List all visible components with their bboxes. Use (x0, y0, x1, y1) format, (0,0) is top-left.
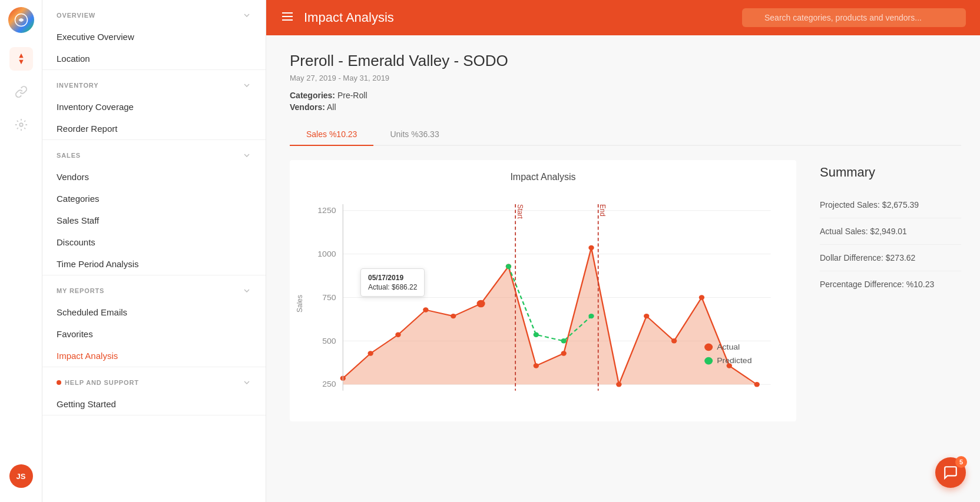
chart-tabs: Sales %10.23 Units %36.33 (290, 124, 961, 146)
sidebar-item-reorder-report[interactable]: Reorder Report (42, 118, 266, 139)
sidebar-item-location[interactable]: Location (42, 48, 266, 69)
main-area: Impact Analysis Preroll - Emerald Valley… (266, 0, 980, 502)
chart-summary-row: Impact Analysis 1250 1000 750 (290, 160, 961, 421)
sidebar-item-favorites[interactable]: Favorites (42, 323, 266, 345)
user-avatar[interactable]: JS (9, 464, 33, 488)
categories-meta: Categories: Pre-Roll (290, 91, 961, 100)
page-title: Impact Analysis (304, 10, 733, 25)
sidebar-section-inventory: INVENTORY Inventory Coverage Reorder Rep… (42, 70, 266, 140)
vendors-meta: Vendors: All (290, 102, 961, 112)
sidebar-item-getting-started[interactable]: Getting Started (42, 393, 266, 415)
tab-sales[interactable]: Sales %10.23 (290, 124, 373, 145)
summary-title: Summary (820, 165, 961, 180)
svg-point-28 (644, 314, 649, 318)
svg-text:End: End (598, 204, 607, 217)
svg-point-34 (534, 333, 539, 337)
svg-point-24 (534, 363, 539, 368)
sidebar-header-overview[interactable]: OVERVIEW (42, 0, 266, 26)
sidebar-header-inventory[interactable]: INVENTORY (42, 70, 266, 96)
chart-inner: 1250 1000 750 500 250 (302, 192, 784, 415)
chat-icon (943, 465, 958, 480)
svg-point-25 (561, 351, 566, 355)
svg-point-30 (699, 295, 704, 300)
svg-point-29 (671, 338, 677, 343)
summary-dollar-diff: Dollar Difference: $273.62 (820, 245, 961, 271)
sidebar-item-vendors[interactable]: Vendors (42, 166, 266, 188)
nav-icon-settings[interactable] (9, 113, 33, 137)
svg-point-36 (588, 314, 594, 318)
chart-svg: 1250 1000 750 500 250 (302, 192, 784, 415)
topbar: Impact Analysis (266, 0, 980, 35)
summary-pct-diff: Percentage Difference: %10.23 (820, 271, 961, 297)
sidebar-item-time-period[interactable]: Time Period Analysis (42, 253, 266, 275)
sidebar: OVERVIEW Executive Overview Location INV… (42, 0, 266, 502)
chevron-down-icon (242, 378, 251, 387)
y-axis-label: Sales (296, 295, 304, 312)
chart-container: Impact Analysis 1250 1000 750 (290, 160, 796, 421)
svg-text:250: 250 (322, 380, 336, 388)
svg-point-44 (704, 357, 713, 365)
tab-units[interactable]: Units %36.33 (373, 124, 455, 145)
sidebar-item-discounts[interactable]: Discounts (42, 231, 266, 253)
sidebar-section-help: HELP AND SUPPORT Getting Started (42, 367, 266, 415)
search-input[interactable] (742, 8, 966, 27)
sidebar-section-sales: SALES Vendors Categories Sales Staff Dis… (42, 140, 266, 275)
chevron-down-icon (242, 286, 251, 295)
chart-title: Impact Analysis (302, 172, 784, 182)
content: Preroll - Emerald Valley - SODO May 27, … (266, 35, 980, 502)
svg-point-18 (368, 351, 373, 355)
svg-text:500: 500 (322, 337, 336, 345)
help-dot (57, 380, 61, 385)
sidebar-item-executive-overview[interactable]: Executive Overview (42, 26, 266, 48)
icon-rail: JS (0, 0, 42, 502)
summary-projected-sales: Projected Sales: $2,675.39 (820, 192, 961, 218)
svg-point-32 (754, 382, 759, 387)
sidebar-section-overview: OVERVIEW Executive Overview Location (42, 0, 266, 70)
sidebar-header-my-reports[interactable]: MY REPORTS (42, 275, 266, 301)
svg-point-20 (423, 307, 428, 312)
sidebar-item-sales-staff[interactable]: Sales Staff (42, 210, 266, 231)
svg-point-33 (506, 264, 511, 268)
svg-point-27 (616, 382, 621, 387)
svg-point-42 (704, 344, 713, 351)
nav-icon-diamond[interactable] (9, 47, 33, 71)
app-logo[interactable] (8, 7, 34, 33)
svg-point-26 (588, 245, 594, 250)
date-range: May 27, 2019 - May 31, 2019 (290, 74, 961, 82)
sidebar-item-inventory-coverage[interactable]: Inventory Coverage (42, 96, 266, 118)
svg-text:Start: Start (516, 204, 525, 219)
summary-panel: Summary Projected Sales: $2,675.39 Actua… (820, 160, 961, 421)
svg-text:750: 750 (322, 293, 336, 301)
summary-actual-sales: Actual Sales: $2,949.01 (820, 218, 961, 245)
sidebar-item-impact-analysis[interactable]: Impact Analysis (42, 345, 266, 367)
sidebar-header-sales[interactable]: SALES (42, 140, 266, 166)
menu-icon[interactable] (280, 9, 294, 26)
svg-text:Predicted: Predicted (717, 357, 751, 365)
sidebar-header-help[interactable]: HELP AND SUPPORT (42, 367, 266, 393)
chat-button[interactable]: 5 (935, 457, 966, 488)
svg-text:Actual: Actual (717, 343, 740, 351)
svg-point-1 (19, 123, 23, 127)
svg-point-21 (451, 314, 456, 318)
nav-icon-link[interactable] (9, 80, 33, 104)
svg-text:1000: 1000 (317, 250, 336, 258)
chevron-down-icon (242, 11, 251, 20)
svg-point-22 (477, 300, 485, 308)
chat-badge: 5 (955, 456, 967, 468)
search-wrapper (742, 8, 966, 27)
report-title: Preroll - Emerald Valley - SODO (290, 52, 961, 70)
sidebar-item-categories[interactable]: Categories (42, 188, 266, 210)
sidebar-section-my-reports: MY REPORTS Scheduled Emails Favorites Im… (42, 275, 266, 367)
svg-point-35 (561, 338, 566, 343)
svg-text:1250: 1250 (317, 207, 336, 215)
sidebar-item-scheduled-emails[interactable]: Scheduled Emails (42, 301, 266, 323)
svg-point-19 (395, 333, 400, 337)
chevron-down-icon (242, 151, 251, 160)
chevron-down-icon (242, 81, 251, 90)
